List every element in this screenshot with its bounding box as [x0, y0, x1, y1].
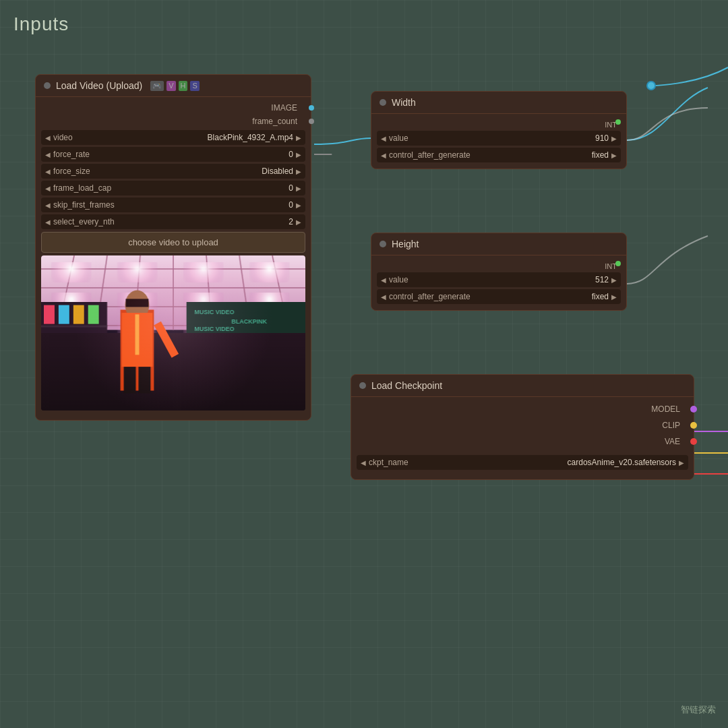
node-height-header: Height	[371, 233, 626, 255]
node-height-title: Height	[392, 239, 419, 249]
arrow-right-height-control[interactable]: ▶	[611, 293, 617, 301]
field-width-value-val: 910	[446, 133, 609, 143]
field-frame-load-cap-value: 0	[114, 183, 293, 193]
arrow-right-video[interactable]: ▶	[296, 134, 301, 142]
node-status-dot	[44, 82, 51, 89]
field-width-control-label: control_after_generate	[389, 150, 471, 160]
node-height-status-dot	[380, 241, 386, 247]
field-force-rate[interactable]: ◀ force_rate 0 ▶	[41, 147, 305, 162]
port-frame-count-dot[interactable]	[309, 119, 314, 124]
arrow-right-force-rate[interactable]: ▶	[296, 151, 301, 158]
field-ckpt-name-label: ckpt_name	[369, 458, 423, 467]
port-vae-row: VAE	[351, 433, 694, 450]
node-height-body: INT ◀ value 512 ▶ ◀ control_after_genera…	[371, 255, 626, 310]
field-force-rate-value: 0	[110, 150, 293, 159]
arrow-left-height-value[interactable]: ◀	[381, 276, 386, 284]
field-height-control[interactable]: ◀ control_after_generate fixed ▶	[377, 289, 621, 304]
port-clip-row: CLIP	[351, 417, 694, 433]
field-force-rate-label: force_rate	[53, 150, 107, 159]
arrow-right-ckpt-name[interactable]: ▶	[679, 459, 684, 466]
node-width-int-label: INT	[371, 118, 626, 129]
node-height: Height INT ◀ value 512 ▶ ◀ control_after…	[371, 233, 627, 311]
field-frame-load-cap-label: frame_load_cap	[53, 183, 111, 193]
port-height-int-dot[interactable]	[615, 261, 621, 266]
arrow-left-width-value[interactable]: ◀	[381, 135, 386, 142]
field-height-control-label: control_after_generate	[389, 292, 471, 301]
port-model-dot[interactable]	[690, 406, 697, 413]
field-ckpt-name-value: cardosAnime_v20.safetensors	[425, 458, 676, 467]
field-height-value-label: value	[389, 275, 443, 284]
arrow-left-video[interactable]: ◀	[45, 134, 51, 142]
arrow-left-force-rate[interactable]: ◀	[45, 151, 51, 158]
video-canvas	[41, 255, 305, 411]
node-load-video: Load Video (Upload) 🎮 V H S IMAGE frame_…	[35, 74, 311, 421]
field-height-value[interactable]: ◀ value 512 ▶	[377, 272, 621, 287]
field-video-value: BlackPink_4932_A.mp4	[110, 133, 293, 142]
node-load-video-title: Load Video (Upload)	[56, 80, 142, 91]
arrow-right-height-value[interactable]: ▶	[611, 276, 617, 284]
field-width-value-label: value	[389, 133, 443, 143]
node-width-title: Width	[392, 97, 416, 108]
port-frame-count-label: frame_count	[252, 117, 297, 126]
field-select-every-nth[interactable]: ◀ select_every_nth 2 ▶	[41, 214, 305, 229]
field-force-size-label: force_size	[53, 166, 107, 176]
node-checkpoint-title: Load Checkpoint	[371, 380, 442, 391]
arrow-left-select-every-nth[interactable]: ◀	[45, 218, 51, 226]
arrow-left-force-size[interactable]: ◀	[45, 168, 51, 175]
field-height-value-val: 512	[446, 275, 609, 284]
port-image-row: IMAGE	[36, 101, 311, 115]
node-height-int-label: INT	[371, 260, 626, 270]
node-checkpoint-body: MODEL CLIP VAE ◀ ckpt_name cardosAnime_v…	[351, 397, 694, 479]
video-thumbnail	[41, 255, 305, 411]
port-image-label: IMAGE	[271, 103, 297, 113]
arrow-right-force-size[interactable]: ▶	[296, 168, 301, 175]
field-skip-first-frames-value: 0	[117, 200, 293, 210]
arrow-right-skip-first-frames[interactable]: ▶	[296, 202, 301, 209]
node-checkpoint: Load Checkpoint MODEL CLIP VAE ◀ ckpt_na…	[351, 374, 694, 480]
upload-video-button[interactable]: choose video to upload	[41, 232, 305, 253]
node-load-video-header: Load Video (Upload) 🎮 V H S	[36, 75, 311, 97]
field-select-every-nth-label: select_every_nth	[53, 217, 115, 226]
field-frame-load-cap[interactable]: ◀ frame_load_cap 0 ▶	[41, 181, 305, 195]
port-image-dot[interactable]	[309, 105, 314, 111]
field-select-every-nth-value: 2	[117, 217, 293, 226]
arrow-left-height-control[interactable]: ◀	[381, 293, 386, 301]
node-checkpoint-header: Load Checkpoint	[351, 375, 694, 397]
port-width-int-dot[interactable]	[615, 119, 621, 125]
node-width-header: Width	[371, 92, 626, 114]
port-vae-label: VAE	[665, 437, 680, 446]
field-force-size[interactable]: ◀ force_size Disabled ▶	[41, 164, 305, 179]
field-video-label: video	[53, 133, 107, 142]
watermark: 智链探索	[681, 704, 716, 716]
field-ckpt-name[interactable]: ◀ ckpt_name cardosAnime_v20.safetensors …	[357, 455, 688, 470]
node-checkpoint-status-dot	[359, 382, 366, 389]
node-width: Width INT ◀ value 910 ▶ ◀ control_after_…	[371, 91, 627, 169]
field-skip-first-frames-label: skip_first_frames	[53, 200, 115, 210]
arrow-right-width-control[interactable]: ▶	[611, 152, 617, 159]
field-video[interactable]: ◀ video BlackPink_4932_A.mp4 ▶	[41, 130, 305, 145]
port-clip-dot[interactable]	[690, 422, 697, 429]
node-load-video-body: IMAGE frame_count ◀ video BlackPink_4932…	[36, 97, 311, 420]
node-icons: 🎮 V H S	[150, 81, 200, 91]
arrow-right-select-every-nth[interactable]: ▶	[296, 218, 301, 226]
port-vae-dot[interactable]	[690, 438, 697, 445]
port-model-row: MODEL	[351, 401, 694, 417]
node-width-status-dot	[380, 99, 386, 106]
arrow-right-width-value[interactable]: ▶	[611, 135, 617, 142]
arrow-left-ckpt-name[interactable]: ◀	[361, 459, 366, 466]
field-force-size-value: Disabled	[110, 166, 293, 176]
arrow-right-frame-load-cap[interactable]: ▶	[296, 185, 301, 192]
field-width-control[interactable]: ◀ control_after_generate fixed ▶	[377, 148, 621, 162]
page-title: Inputs	[13, 13, 69, 35]
icon-h: H	[179, 81, 188, 91]
port-clip-label: CLIP	[662, 421, 680, 430]
field-skip-first-frames[interactable]: ◀ skip_first_frames 0 ▶	[41, 198, 305, 212]
field-width-value[interactable]: ◀ value 910 ▶	[377, 131, 621, 146]
icon-v: V	[166, 81, 175, 91]
arrow-left-frame-load-cap[interactable]: ◀	[45, 185, 51, 192]
arrow-left-skip-first-frames[interactable]: ◀	[45, 202, 51, 209]
field-width-control-value: fixed	[473, 150, 609, 160]
arrow-left-width-control[interactable]: ◀	[381, 152, 386, 159]
icon-gamepad: 🎮	[150, 81, 164, 91]
port-frame-count-row: frame_count	[36, 115, 311, 128]
